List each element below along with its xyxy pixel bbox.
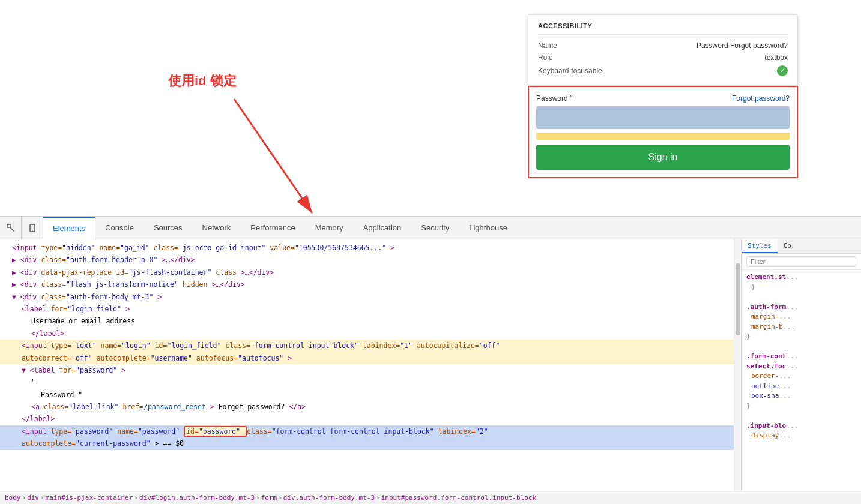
breadcrumb-input-password[interactable]: input#password.form-control.input-block [381, 494, 536, 502]
sign-in-button[interactable]: Sign in [536, 145, 790, 170]
html-line-password-input[interactable]: <input type="password" name="password" i… [0, 425, 734, 437]
accessibility-panel: ACCESSIBILITY Name Password Forgot passw… [528, 14, 798, 86]
html-line[interactable]: autocomplete="current-password" > == $0 [0, 437, 734, 449]
html-line[interactable]: <label for="login_field" > [0, 303, 734, 315]
devtools-breadcrumb: body › div › main#is-pjax-container › di… [0, 491, 861, 504]
tab-performance[interactable]: Performance [241, 217, 305, 239]
styles-filter-input[interactable] [746, 256, 856, 267]
password-label: Password " [536, 94, 572, 103]
scrollbar-thumb[interactable] [736, 263, 740, 335]
html-line[interactable]: <a class="label-link" href=/password_res… [0, 401, 734, 413]
html-line[interactable]: " [0, 376, 734, 388]
devtools-mobile-icon[interactable] [22, 217, 43, 239]
tab-application-label: Application [363, 223, 402, 232]
tab-elements-label: Elements [53, 224, 85, 233]
accessibility-title: ACCESSIBILITY [538, 22, 788, 35]
svg-point-5 [32, 230, 33, 231]
styles-panel: Styles Co element.st... } .auth-form... … [741, 239, 861, 491]
html-line[interactable]: autocorrect="off" autocomplete="username… [0, 352, 734, 364]
login-form-preview: Password " Forgot password? Sign in [528, 86, 798, 178]
html-line[interactable]: ▶ <div class="flash js-transform-notice"… [0, 278, 734, 290]
tab-sources-label: Sources [154, 223, 183, 232]
html-line[interactable]: Password " [0, 389, 734, 401]
tab-sources[interactable]: Sources [144, 217, 193, 239]
tab-lighthouse[interactable]: Lighthouse [459, 217, 518, 239]
accessibility-row-role: Role textbox [538, 52, 788, 64]
tab-elements[interactable]: Elements [43, 217, 95, 239]
input-padding-bottom [536, 133, 790, 140]
styles-content: element.st... } .auth-form... margin-...… [742, 270, 861, 443]
acc-name-value: Password Forgot password? [696, 41, 788, 50]
breadcrumb-div[interactable]: div [27, 494, 39, 502]
password-input-preview [536, 106, 790, 129]
html-line[interactable]: ▶ <div class="auth-form-header p-0" >…</… [0, 254, 734, 266]
styles-tab-styles[interactable]: Styles [742, 239, 778, 253]
style-rule: .auth-form... margin-... margin-b... } [746, 302, 856, 342]
accessibility-row-keyboard: Keyboard-focusable ✓ [538, 64, 788, 78]
breadcrumb-div-login[interactable]: div#login.auth-form-body.mt-3 [139, 494, 255, 502]
login-card-area: ACCESSIBILITY Name Password Forgot passw… [525, 0, 801, 192]
html-line[interactable]: ▼ <label for="password" > [0, 364, 734, 376]
html-line[interactable]: ▼ <div class="auth-form-body mt-3" > [0, 291, 734, 303]
tab-console-label: Console [105, 223, 134, 232]
arrow-indicator [216, 93, 348, 231]
breadcrumb-body[interactable]: body [5, 494, 21, 502]
annotation-text: 使用id 锁定 [168, 72, 237, 90]
devtools-panel: Elements Console Sources Network Perform… [0, 216, 861, 504]
acc-role-value: textbox [764, 53, 788, 62]
elements-panel[interactable]: <input type="hidden" name="ga_id" class=… [0, 239, 734, 491]
tab-application[interactable]: Application [354, 217, 412, 239]
tab-network-label: Network [202, 223, 231, 232]
forgot-password-link[interactable]: Forgot password? [732, 94, 790, 103]
password-label-row: Password " Forgot password? [536, 94, 790, 103]
styles-tabs: Styles Co [742, 239, 861, 254]
tab-performance-label: Performance [250, 223, 295, 232]
scrollbar[interactable] [734, 239, 741, 491]
style-rule: .form-cont... select.foc... border-... o… [746, 352, 856, 411]
tab-memory-label: Memory [315, 223, 343, 232]
tab-console[interactable]: Console [95, 217, 144, 239]
acc-name-label: Name [538, 41, 557, 50]
breadcrumb-form[interactable]: form [261, 494, 277, 502]
styles-filter[interactable] [742, 254, 861, 270]
tab-security-label: Security [421, 223, 449, 232]
html-line[interactable]: ▶ <div data-pjax-replace id="js-flash-co… [0, 266, 734, 278]
tab-network[interactable]: Network [193, 217, 241, 239]
acc-role-label: Role [538, 53, 553, 62]
accessibility-row-name: Name Password Forgot password? [538, 40, 788, 52]
breadcrumb-main[interactable]: main#is-pjax-container [46, 494, 133, 502]
tab-memory[interactable]: Memory [306, 217, 354, 239]
style-rule: element.st... } [746, 272, 856, 292]
html-line[interactable]: </label> [0, 328, 734, 340]
devtools-inspect-icon[interactable] [0, 217, 22, 239]
devtools-body: <input type="hidden" name="ga_id" class=… [0, 239, 861, 491]
tab-security[interactable]: Security [411, 217, 459, 239]
html-line-username[interactable]: Username or email address [0, 315, 734, 327]
acc-keyboard-label: Keyboard-focusable [538, 67, 602, 75]
html-line[interactable]: </label> [0, 413, 734, 425]
html-line[interactable]: <input type="hidden" name="ga_id" class=… [0, 242, 734, 254]
svg-line-3 [10, 227, 14, 232]
styles-tab-computed[interactable]: Co [778, 239, 797, 253]
devtools-tabs: Elements Console Sources Network Perform… [0, 217, 861, 239]
svg-rect-2 [7, 224, 10, 227]
html-line-input-login[interactable]: <input type="text" name="login" id="logi… [0, 340, 734, 352]
tab-lighthouse-label: Lighthouse [469, 223, 507, 232]
keyboard-focusable-check: ✓ [777, 65, 788, 76]
browser-content: 使用id 锁定 ACCESSIBILITY Name Password Forg… [0, 0, 861, 216]
svg-line-1 [234, 99, 312, 213]
breadcrumb-div-auth[interactable]: div.auth-form-body.mt-3 [283, 494, 375, 502]
style-rule: .input-blo... display... [746, 421, 856, 441]
